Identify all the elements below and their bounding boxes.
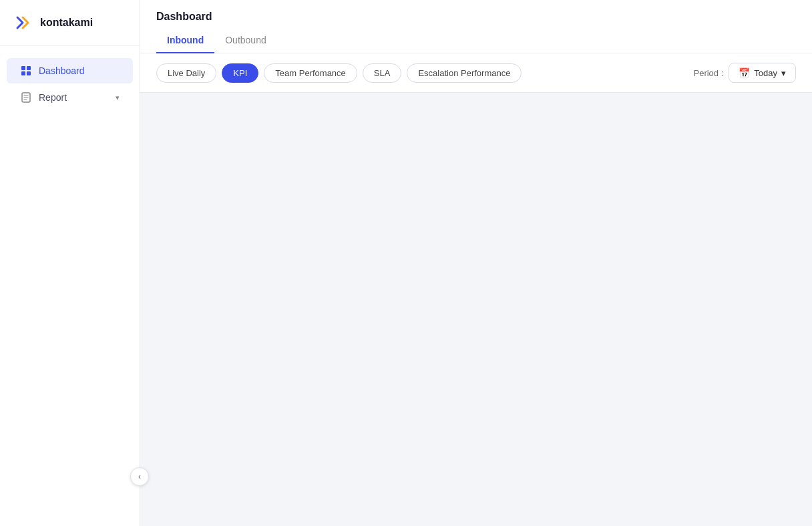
period-dropdown[interactable]: 📅 Today ▾ (729, 63, 796, 83)
sidebar-item-report[interactable]: Report ▾ (7, 85, 133, 110)
calendar-icon: 📅 (739, 67, 750, 78)
pill-live-daily[interactable]: Live Daily (156, 63, 216, 83)
main-content: Dashboard Inbound Outbound Live Daily KP… (140, 0, 812, 526)
kontakami-logo (13, 12, 35, 33)
sidebar-item-dashboard-label: Dashboard (39, 65, 85, 76)
sidebar-collapse-button[interactable]: ‹ (130, 467, 149, 486)
dashboard-icon (20, 65, 32, 77)
pill-team-performance[interactable]: Team Perfomance (264, 63, 357, 83)
period-selector: Period : 📅 Today ▾ (693, 63, 796, 83)
sidebar: kontakami Dashboard (0, 0, 140, 526)
page-title: Dashboard (156, 0, 796, 28)
tab-inbound[interactable]: Inbound (156, 28, 214, 53)
pill-kpi[interactable]: KPI (222, 63, 258, 83)
top-bar: Dashboard Inbound Outbound (140, 0, 812, 53)
tab-outbound[interactable]: Outbound (214, 28, 277, 53)
report-icon (20, 91, 32, 103)
svg-rect-3 (21, 71, 25, 75)
logo-area: kontakami (0, 0, 140, 46)
period-label: Period : (693, 68, 723, 78)
chevron-down-icon: ▾ (781, 68, 786, 78)
svg-rect-2 (27, 66, 31, 70)
filter-pills: Live Daily KPI Team Perfomance SLA Escal… (156, 63, 522, 83)
report-chevron-icon: ▾ (116, 93, 120, 102)
svg-rect-4 (27, 71, 31, 75)
tabs-row: Inbound Outbound (156, 28, 796, 53)
svg-rect-1 (21, 66, 25, 70)
svg-rect-0 (13, 12, 35, 33)
content-area (140, 93, 812, 526)
nav-menu: Dashboard Report ▾ (0, 46, 140, 526)
pill-escalation-performance[interactable]: Escalation Performance (407, 63, 522, 83)
logo-text: kontakami (40, 17, 93, 29)
sidebar-item-report-label: Report (39, 92, 67, 103)
pill-sla[interactable]: SLA (363, 63, 402, 83)
period-value: Today (754, 68, 777, 78)
sidebar-item-dashboard[interactable]: Dashboard (7, 58, 133, 83)
chevron-left-icon: ‹ (138, 472, 141, 481)
sub-nav-area: Live Daily KPI Team Perfomance SLA Escal… (140, 53, 812, 93)
